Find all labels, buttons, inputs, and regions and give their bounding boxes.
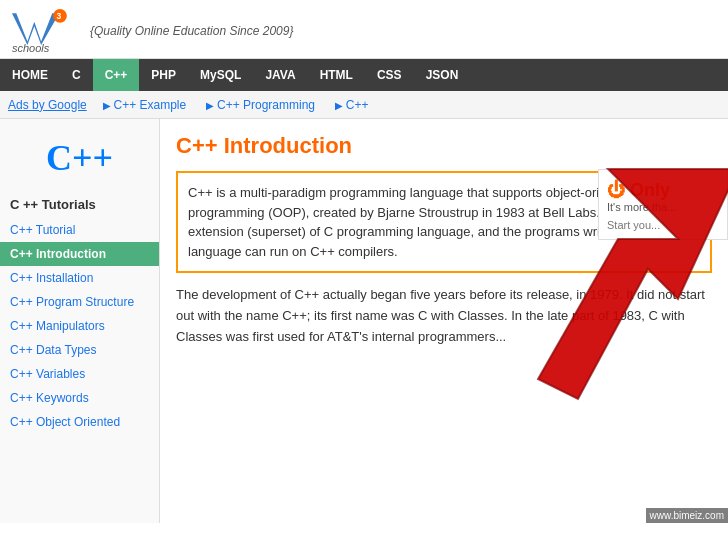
sidebar-section-title: C ++ Tutorials [0, 191, 159, 218]
ad-text: It's more tha... [607, 201, 719, 213]
sidebar-item-cpp-program-structure[interactable]: C++ Program Structure [0, 290, 159, 314]
logo-area: 3 schools [12, 8, 72, 54]
intro-text: C++ is a multi-paradigm programming lang… [188, 185, 659, 259]
sidebar-item-cpp-data-types[interactable]: C++ Data Types [0, 338, 159, 362]
body-text: The development of C++ actually began fi… [176, 285, 712, 347]
sec-nav-cpp-programming[interactable]: C++ Programming [206, 98, 315, 112]
ad-subtext: Start you... [607, 219, 719, 231]
header: 3 schools {Quality Online Education Sinc… [0, 0, 728, 59]
sidebar-item-cpp-manipulators[interactable]: C++ Manipulators [0, 314, 159, 338]
nav-java[interactable]: JAVA [253, 59, 307, 91]
svg-text:3: 3 [57, 11, 62, 21]
navbar: HOME C C++ PHP MySQL JAVA HTML CSS JSON [0, 59, 728, 91]
tagline-text: {Quality Online Education Since 2009} [90, 24, 293, 38]
secondary-nav: Ads by Google C++ Example C++ Programmin… [0, 91, 728, 119]
nav-css[interactable]: CSS [365, 59, 414, 91]
sec-nav-cpp[interactable]: C++ [335, 98, 368, 112]
w3schools-logo-icon: 3 [12, 8, 72, 46]
svg-marker-0 [12, 13, 59, 45]
content-title: C++ Introduction [176, 133, 712, 159]
cpp-logo-text: C++ [46, 138, 113, 178]
ad-box: ⏻ Only It's more tha... Start you... [598, 169, 728, 240]
sidebar-item-cpp-object-oriented[interactable]: C++ Object Oriented [0, 410, 159, 434]
nav-json[interactable]: JSON [414, 59, 471, 91]
content-wrapper: C++ Introduction C++ is a multi-paradigm… [160, 119, 728, 523]
nav-c[interactable]: C [60, 59, 93, 91]
sidebar-item-cpp-introduction[interactable]: C++ Introduction [0, 242, 159, 266]
nav-cpp[interactable]: C++ [93, 59, 140, 91]
ad-logo: ⏻ Only [607, 178, 719, 201]
sidebar-cpp-logo: C++ [0, 129, 159, 187]
nav-home[interactable]: HOME [0, 59, 60, 91]
sidebar-item-cpp-installation[interactable]: C++ Installation [0, 266, 159, 290]
watermark: www.bimeiz.com [646, 508, 728, 523]
sidebar-item-cpp-variables[interactable]: C++ Variables [0, 362, 159, 386]
content-title-colored: Introduction [224, 133, 352, 158]
nav-php[interactable]: PHP [139, 59, 188, 91]
sidebar-item-cpp-keywords[interactable]: C++ Keywords [0, 386, 159, 410]
sidebar-item-cpp-tutorial[interactable]: C++ Tutorial [0, 218, 159, 242]
nav-html[interactable]: HTML [308, 59, 365, 91]
sidebar: C++ C ++ Tutorials C++ Tutorial C++ Intr… [0, 119, 160, 523]
main-layout: C++ C ++ Tutorials C++ Tutorial C++ Intr… [0, 119, 728, 523]
sec-nav-cpp-example[interactable]: C++ Example [103, 98, 186, 112]
logo-schools-text: schools [12, 42, 49, 54]
nav-mysql[interactable]: MySQL [188, 59, 253, 91]
content-title-prefix: C++ [176, 133, 224, 158]
ads-by-google-link[interactable]: Ads by Google [8, 98, 87, 112]
content-area: C++ Introduction C++ is a multi-paradigm… [160, 119, 728, 361]
watermark-text: www.bimeiz.com [650, 510, 724, 521]
